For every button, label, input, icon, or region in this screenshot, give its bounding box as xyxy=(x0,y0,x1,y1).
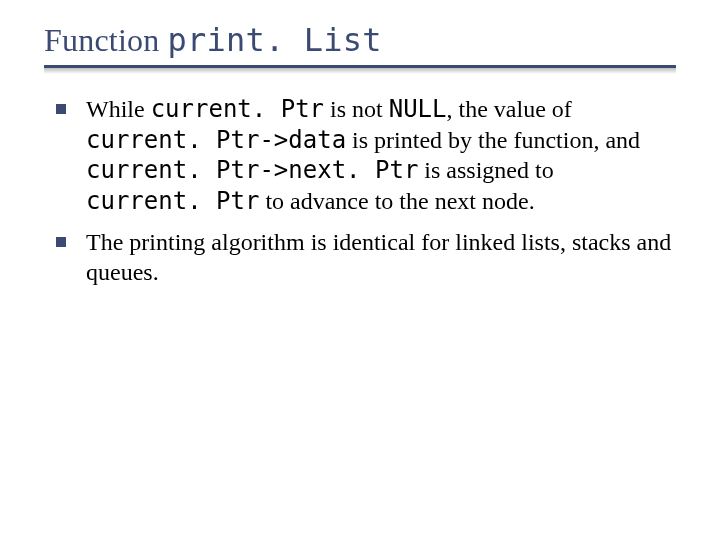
slide-title: Function print. List xyxy=(44,22,676,59)
code-span: NULL xyxy=(389,95,447,123)
code-span: current. Ptr->data xyxy=(86,126,346,154)
text-span: is printed by the function, and xyxy=(346,127,640,153)
code-span: current. Ptr xyxy=(151,95,324,123)
title-code: print. List xyxy=(168,21,382,59)
bullet-list: While current. Ptr is not NULL, the valu… xyxy=(48,94,672,288)
bullet-item: The printing algorithm is identical for … xyxy=(48,227,672,288)
text-span: While xyxy=(86,96,151,122)
text-span: The printing algorithm is identical for … xyxy=(86,229,671,286)
text-span: is not xyxy=(324,96,389,122)
text-span: , the value of xyxy=(447,96,572,122)
code-span: current. Ptr->next. Ptr xyxy=(86,156,418,184)
slide-body: While current. Ptr is not NULL, the valu… xyxy=(44,74,676,288)
slide: Function print. List While current. Ptr … xyxy=(0,0,720,540)
code-span: current. Ptr xyxy=(86,187,259,215)
text-span: is assigned to xyxy=(418,157,553,183)
title-prefix: Function xyxy=(44,22,168,58)
bullet-item: While current. Ptr is not NULL, the valu… xyxy=(48,94,672,217)
text-span: to advance to the next node. xyxy=(259,188,534,214)
